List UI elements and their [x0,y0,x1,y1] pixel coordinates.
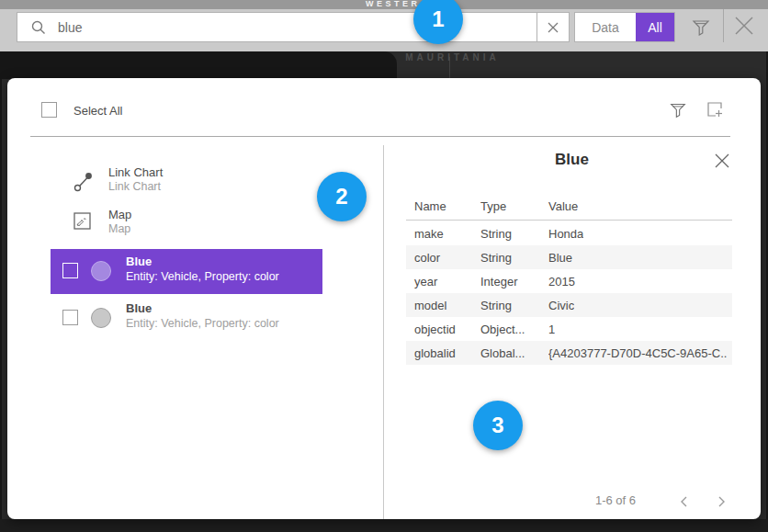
search-results-panel: Select All Link Chart Link Chart Map Map [7,78,761,519]
search-filter-button[interactable] [690,16,712,38]
detail-close-button[interactable] [714,153,730,169]
cell-value: Honda [548,227,583,241]
close-x-icon [731,13,757,39]
result-title: Link Chart [108,165,163,179]
cell-type: Integer [480,275,517,289]
select-all-checkbox[interactable] [41,102,57,118]
cell-type: Global... [480,346,525,360]
toolbar-divider [723,9,724,42]
result-item-blue-selected[interactable]: Blue Entity: Vehicle, Property: color [51,249,322,294]
annotation-badge-2: 2 [317,172,367,221]
column-header-name: Name [414,199,446,213]
filter-funnel-icon [690,16,712,38]
result-subtitle: Entity: Vehicle, Property: color [126,317,279,330]
result-title: Map [108,208,131,221]
result-subtitle: Link Chart [108,180,161,193]
panel-vertical-divider [383,145,384,519]
filter-funnel-icon [668,99,688,119]
cell-type: String [480,227,512,241]
close-x-icon [714,153,730,169]
table-row: globalid Global... {A4203777-D70D-4C5C-9… [406,341,732,365]
cell-name: model [414,299,446,312]
knowledge-search-window: WESTER MAURITANIA Data All Select All [0,0,768,532]
search-icon [30,19,47,36]
chevron-left-icon [677,494,692,509]
cell-name: color [414,251,440,265]
cell-value: 1 [548,323,555,336]
cell-type: Object... [480,323,525,336]
result-checkbox[interactable] [62,263,78,278]
pagination-next-button[interactable] [714,494,728,509]
cell-type: String [480,251,512,265]
results-filter-button[interactable] [668,99,688,119]
search-scope-toggle: Data All [574,12,675,42]
result-item-link-chart[interactable]: Link Chart Link Chart [51,164,344,200]
table-row: model String Civic [406,293,732,317]
map-background-bottom [0,519,768,532]
search-toolbar: Data All [0,9,768,51]
cell-value: Blue [548,251,572,265]
cell-value: Civic [548,299,574,312]
table-row: year Integer 2015 [406,269,732,293]
scope-all-button[interactable]: All [636,13,674,41]
clear-search-button[interactable] [536,12,570,42]
table-row: color String Blue [406,245,732,269]
add-selection-icon [706,100,724,119]
entity-circle-icon [91,308,111,328]
cell-value: {A4203777-D70D-4C5C-9A65-C... [548,346,728,360]
entity-circle-icon [91,261,111,281]
table-row: make String Honda [406,221,732,245]
close-search-button[interactable] [731,13,757,39]
cell-name: make [414,227,444,241]
map-landmass [0,51,397,79]
result-item-blue[interactable]: Blue Entity: Vehicle, Property: color [51,298,322,343]
column-header-value: Value [548,199,578,213]
link-chart-icon [73,171,94,193]
result-title: Blue [126,255,152,268]
pagination-prev-button[interactable] [677,494,692,509]
select-all-label: Select All [73,104,122,118]
cell-name: globalid [414,346,456,360]
map-label-western: WESTER [366,0,421,8]
clear-x-icon [548,22,559,33]
table-row: objectid Object... 1 [406,317,732,341]
chevron-right-icon [714,494,728,509]
detail-title: Blue [383,151,761,169]
cell-name: objectid [414,323,456,336]
cell-name: year [414,275,437,289]
column-header-type: Type [480,199,506,213]
table-header-divider [406,220,732,221]
map-icon [73,212,91,230]
panel-header-divider [30,136,730,137]
add-to-selection-button[interactable] [706,100,724,119]
result-checkbox[interactable] [62,310,78,325]
result-title: Blue [126,301,152,315]
cell-value: 2015 [548,275,575,289]
map-label-mauritania: MAURITANIA [395,52,510,62]
cell-type: String [480,299,512,312]
annotation-badge-3: 3 [473,401,523,450]
scope-data-button[interactable]: Data [575,13,636,41]
result-subtitle: Map [108,222,130,235]
pagination-range-label: 1-6 of 6 [574,493,657,507]
result-item-map[interactable]: Map Map [51,206,344,243]
result-subtitle: Entity: Vehicle, Property: color [126,270,279,283]
